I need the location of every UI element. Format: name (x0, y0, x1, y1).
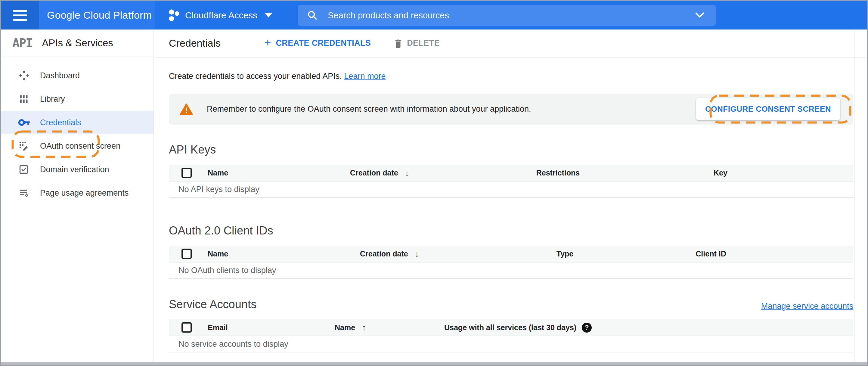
sidebar-item-oauth-consent-screen[interactable]: OAuth consent screen (1, 134, 154, 158)
warning-icon (180, 103, 193, 115)
search-input[interactable]: Search products and resources (298, 5, 716, 26)
column-usage: Usage with all services (last 30 days) ? (431, 323, 853, 333)
api-keys-empty-state: No API keys to display (169, 182, 853, 198)
sidebar-item-page-usage-agreements[interactable]: Page usage agreements (1, 181, 154, 205)
consent-warning-banner: Remember to configure the OAuth consent … (169, 94, 853, 125)
column-creation-date[interactable]: Creation date ↓ (341, 167, 474, 178)
api-keys-heading: API Keys (169, 143, 853, 156)
sidebar: API APIs & Services Dashboard (1, 30, 154, 362)
column-creation-date[interactable]: Creation date ↓ (351, 249, 480, 259)
column-restrictions: Restrictions (474, 169, 642, 177)
page-header: Credentials + CREATE CREDENTIALS DELETE (155, 30, 867, 58)
dashboard-icon (18, 69, 32, 82)
main-content: Credentials + CREATE CREDENTIALS DELETE … (155, 30, 867, 362)
column-email[interactable]: Email (199, 323, 326, 332)
delete-button[interactable]: DELETE (394, 38, 440, 49)
select-all-checkbox[interactable] (182, 323, 192, 333)
banner-text: Remember to configure the OAuth consent … (207, 104, 531, 114)
column-name[interactable]: Name (199, 249, 351, 258)
column-client-id: Client ID (649, 249, 773, 258)
api-product-logo: API (12, 36, 32, 50)
sort-desc-icon: ↓ (405, 167, 409, 178)
service-accounts-table-header: Email Name ↑ Usage with all services (la… (169, 319, 853, 336)
service-accounts-heading: Service Accounts (169, 298, 256, 311)
oauth-empty-state: No OAuth clients to display (169, 263, 853, 279)
select-all-checkbox[interactable] (182, 249, 192, 259)
section-oauth-client-ids: OAuth 2.0 Client IDs Name Creation date … (169, 224, 853, 279)
search-placeholder: Search products and resources (328, 10, 449, 21)
page-description: Create credentials to access your enable… (155, 58, 867, 81)
create-credentials-button[interactable]: + CREATE CREDENTIALS (265, 38, 371, 49)
page-title: Credentials (169, 37, 221, 49)
consent-screen-icon (18, 140, 32, 152)
sidebar-item-credentials[interactable]: Credentials (1, 111, 154, 134)
content-right-divider (855, 30, 855, 362)
oauth-client-ids-heading: OAuth 2.0 Client IDs (169, 224, 853, 237)
key-icon (18, 116, 32, 129)
service-accounts-empty-state: No service accounts to display (169, 336, 853, 353)
search-expand-chevron-icon[interactable] (694, 11, 706, 20)
learn-more-link[interactable]: Learn more (344, 72, 385, 81)
gcp-logo[interactable]: Google Cloud Platform (39, 9, 152, 21)
column-key: Key (642, 169, 799, 177)
sidebar-item-domain-verification[interactable]: Domain verification (1, 158, 154, 181)
usage-help-icon[interactable]: ? (582, 323, 592, 333)
window-bottom-edge (1, 362, 867, 365)
caret-down-icon (265, 13, 272, 18)
sidebar-item-library[interactable]: Library (1, 87, 154, 111)
project-name: Cloudflare Access (185, 10, 257, 21)
sidebar-title: APIs & Services (42, 37, 113, 49)
column-name[interactable]: Name (199, 169, 341, 177)
sidebar-nav: Dashboard Library (1, 57, 154, 205)
list-gear-icon (18, 187, 32, 199)
manage-service-accounts-link[interactable]: Manage service accounts (761, 302, 853, 311)
plus-icon: + (265, 37, 271, 48)
project-hexagons-icon (168, 9, 180, 22)
logo-zone: Google Cloud Platform (39, 1, 155, 30)
project-selector[interactable]: Cloudflare Access (168, 9, 272, 22)
sort-desc-icon: ↓ (415, 249, 419, 259)
top-app-bar: Google Cloud Platform Cloudflare Access … (1, 1, 867, 30)
search-icon (307, 10, 318, 21)
sort-asc-icon: ↑ (362, 323, 366, 333)
sidebar-header: API APIs & Services (1, 30, 154, 57)
section-api-keys: API Keys Name Creation date ↓ Restrictio… (169, 143, 853, 198)
library-icon (18, 93, 32, 105)
hamburger-icon (13, 10, 27, 21)
section-service-accounts: Service Accounts Manage service accounts… (169, 298, 853, 353)
column-type: Type (480, 249, 649, 258)
configure-consent-screen-button[interactable]: CONFIGURE CONSENT SCREEN (696, 98, 840, 120)
select-all-checkbox[interactable] (182, 167, 192, 178)
oauth-table-header: Name Creation date ↓ Type Client ID (169, 246, 853, 263)
sidebar-item-dashboard[interactable]: Dashboard (1, 64, 154, 87)
column-name[interactable]: Name ↑ (326, 323, 431, 333)
checked-box-icon (18, 163, 32, 176)
trash-icon (394, 38, 403, 49)
api-keys-table-header: Name Creation date ↓ Restrictions Key (169, 165, 853, 182)
main-menu-button[interactable] (1, 1, 39, 30)
